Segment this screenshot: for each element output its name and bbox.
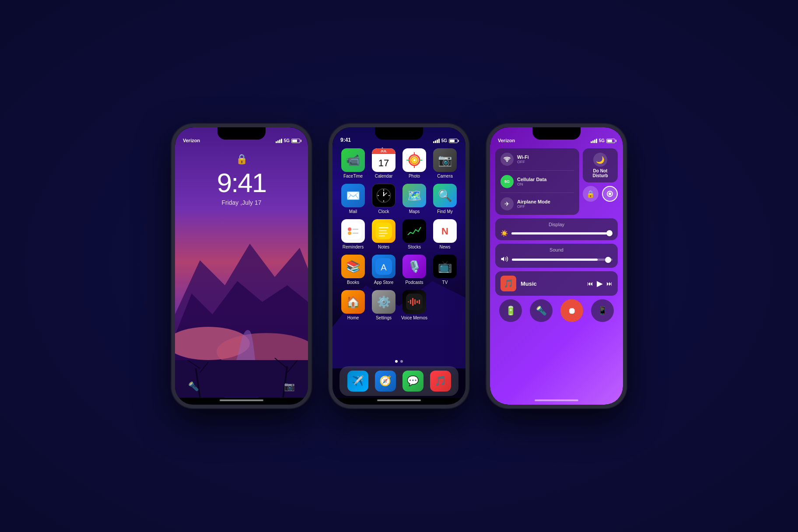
airplane-mode-icon: ✈ bbox=[500, 197, 514, 210]
app-photos[interactable]: Photo bbox=[401, 148, 428, 178]
volume-fill bbox=[512, 259, 598, 261]
app-home[interactable]: 🏠 Home bbox=[340, 290, 367, 320]
app-reminders[interactable]: Reminders bbox=[340, 219, 367, 249]
svg-rect-56 bbox=[410, 300, 411, 304]
app-voicememos[interactable]: Voice Memos bbox=[401, 290, 428, 320]
dock-messages[interactable]: 💬 bbox=[402, 371, 424, 392]
brightness-track[interactable] bbox=[511, 232, 612, 234]
cc-display-section: Display ☀️ bbox=[495, 218, 618, 240]
cc-dnd-panel[interactable]: 🌙 Do Not Disturb bbox=[583, 148, 618, 182]
app-notes[interactable]: Notes bbox=[370, 219, 397, 249]
reminders-icon bbox=[341, 219, 365, 243]
svg-rect-59 bbox=[416, 301, 418, 303]
network-label: 5G bbox=[284, 138, 290, 143]
app-podcasts[interactable]: 🎙️ Podcasts bbox=[401, 255, 428, 285]
cc-battery-icon bbox=[606, 139, 615, 143]
svg-rect-48 bbox=[379, 235, 385, 237]
appstore-icon: A bbox=[372, 255, 396, 278]
home-label: Home bbox=[347, 315, 359, 320]
cc-right-panel: 🌙 Do Not Disturb 🔒 bbox=[583, 148, 618, 215]
lock-icon: 🔒 bbox=[236, 154, 248, 165]
brightness-icon: ☀️ bbox=[500, 230, 508, 237]
home-indicator-2[interactable] bbox=[377, 399, 421, 401]
lock-date: Friday ,July 17 bbox=[221, 199, 261, 206]
volume-track[interactable] bbox=[512, 259, 612, 261]
settings-icon: ⚙️ bbox=[372, 290, 396, 314]
cal-month: JUL bbox=[372, 148, 396, 154]
clock-app-icon bbox=[372, 184, 396, 207]
cc-screen-record-icon[interactable]: ⏺ bbox=[560, 299, 583, 322]
volume-knob[interactable] bbox=[605, 257, 611, 263]
music-controls: ⏮ ▶ ⏭ bbox=[587, 279, 612, 288]
app-stocks[interactable]: Stocks bbox=[401, 219, 428, 249]
dock-telegram[interactable]: ✈️ bbox=[347, 371, 368, 392]
app-tv[interactable]: 📺 TV bbox=[431, 255, 458, 285]
flashlight-icon[interactable]: 🔦 bbox=[188, 381, 199, 392]
dock-safari[interactable]: 🧭 bbox=[375, 371, 396, 392]
screen-rotation-icon[interactable] bbox=[602, 186, 618, 202]
app-mail[interactable]: ✉️ Mail bbox=[340, 184, 367, 214]
cc-cellular-toggle[interactable]: 5G Cellular Data ON bbox=[500, 175, 574, 188]
signal-icon bbox=[276, 139, 282, 143]
books-icon: 📚 bbox=[341, 255, 365, 278]
cc-screen-mirror-icon[interactable]: 📱 bbox=[591, 299, 614, 322]
maps-label: Maps bbox=[409, 209, 420, 214]
svg-point-38 bbox=[383, 195, 385, 196]
music-prev-icon[interactable]: ⏮ bbox=[587, 280, 593, 287]
app-books[interactable]: 📚 Books bbox=[340, 255, 367, 285]
facetime-label: FaceTime bbox=[343, 174, 363, 178]
airplane-text: Airplane Mode OFF bbox=[517, 199, 550, 209]
wifi-text: Wi-Fi OFF bbox=[517, 154, 529, 164]
brightness-slider[interactable]: ☀️ bbox=[500, 230, 612, 237]
dock: ✈️ 🧭 💬 🎵 bbox=[340, 366, 458, 396]
dock-music[interactable]: 🎵 bbox=[430, 371, 451, 392]
app-news[interactable]: N News bbox=[431, 219, 458, 249]
cellular-icon: 5G bbox=[500, 175, 514, 188]
music-play-icon[interactable]: ▶ bbox=[597, 279, 603, 288]
cc-battery-status-icon[interactable]: 🔋 bbox=[499, 299, 522, 322]
app-appstore[interactable]: A App Store bbox=[370, 255, 397, 285]
findmy-icon: 🔍 bbox=[433, 184, 457, 207]
svg-rect-45 bbox=[379, 227, 388, 228]
app-grid: 📹 FaceTime JUL 17 Calendar bbox=[340, 148, 458, 320]
svg-rect-47 bbox=[379, 233, 388, 234]
facetime-icon: 📹 bbox=[341, 148, 365, 172]
svg-point-40 bbox=[348, 228, 351, 231]
home-network-label: 5G bbox=[441, 138, 447, 143]
svg-rect-58 bbox=[414, 299, 416, 304]
orientation-lock-icon[interactable]: 🔒 bbox=[583, 186, 598, 202]
svg-point-24 bbox=[411, 157, 418, 164]
svg-point-63 bbox=[609, 193, 611, 195]
display-title: Display bbox=[500, 222, 612, 227]
wifi-icon bbox=[500, 153, 514, 166]
app-calendar[interactable]: JUL 17 Calendar bbox=[370, 148, 397, 178]
volume-slider[interactable] bbox=[500, 255, 612, 264]
voicememos-label: Voice Memos bbox=[401, 315, 427, 320]
camera-quick-icon[interactable]: 📷 bbox=[284, 381, 295, 392]
dnd-icon: 🌙 bbox=[593, 153, 607, 167]
svg-text:A: A bbox=[381, 262, 387, 272]
cc-flashlight-icon[interactable]: 🔦 bbox=[530, 299, 553, 322]
cc-wifi-toggle[interactable]: Wi-Fi OFF bbox=[500, 153, 574, 166]
app-findmy[interactable]: 🔍 Find My bbox=[431, 184, 458, 214]
news-label: News bbox=[439, 245, 450, 249]
sound-title: Sound bbox=[500, 247, 612, 252]
svg-marker-64 bbox=[501, 257, 504, 262]
page-dots bbox=[395, 360, 403, 363]
home-indicator-3[interactable] bbox=[535, 399, 578, 401]
home-indicator[interactable] bbox=[220, 399, 263, 401]
app-clock[interactable]: Clock bbox=[370, 184, 397, 214]
maps-icon: 🗺️ bbox=[402, 184, 426, 207]
app-facetime[interactable]: 📹 FaceTime bbox=[340, 148, 367, 178]
news-icon: N bbox=[433, 219, 457, 243]
app-settings[interactable]: ⚙️ Settings bbox=[370, 290, 397, 320]
app-maps[interactable]: 🗺️ Maps bbox=[401, 184, 428, 214]
cal-day: 17 bbox=[378, 154, 389, 172]
music-next-icon[interactable]: ⏭ bbox=[606, 280, 612, 287]
svg-rect-55 bbox=[408, 301, 409, 302]
brightness-knob[interactable] bbox=[606, 230, 612, 236]
page-dot-2 bbox=[400, 360, 403, 363]
app-camera[interactable]: 📷 Camera bbox=[431, 148, 458, 178]
cc-signal-icon bbox=[591, 139, 597, 143]
cc-airplane-toggle[interactable]: ✈ Airplane Mode OFF bbox=[500, 197, 574, 210]
